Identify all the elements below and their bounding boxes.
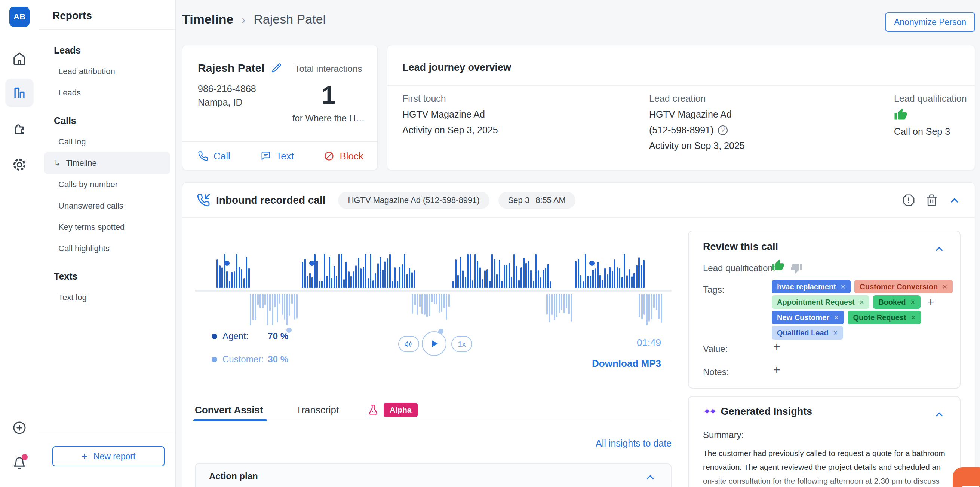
first-touch-column: First touch HGTV Magazine Ad Activity on… xyxy=(402,93,498,136)
add-nav-button[interactable] xyxy=(5,414,33,442)
lead-journey-divider xyxy=(387,85,975,86)
lead-qualification-column: Lead qualification Call on Sep 3 xyxy=(894,93,967,137)
add-note-button[interactable]: + xyxy=(773,364,780,376)
download-mp3-link[interactable]: Download MP3 xyxy=(571,358,661,369)
first-touch-label: First touch xyxy=(402,93,498,104)
tag-row: New Customer✕Quote Request✕ xyxy=(772,311,951,324)
agent-talk-percent: 70 % xyxy=(268,331,288,342)
edit-name-icon[interactable] xyxy=(271,62,282,74)
notes-row-label: Notes: xyxy=(703,367,729,377)
breadcrumb-section[interactable]: Timeline xyxy=(182,12,233,27)
play-button[interactable] xyxy=(422,331,447,356)
remove-tag-icon[interactable]: ✕ xyxy=(942,283,947,291)
anonymize-person-button[interactable]: Anonymize Person xyxy=(885,12,975,32)
tab-transcript[interactable]: Transcript xyxy=(296,399,339,421)
delete-call-icon[interactable] xyxy=(926,194,938,207)
insights-collapse-icon[interactable] xyxy=(934,409,945,420)
sidebar-item-timeline[interactable]: ↳Timeline xyxy=(44,152,170,174)
remove-tag-icon[interactable]: ✕ xyxy=(910,299,915,306)
total-interactions-company: for Where the H… xyxy=(283,113,374,123)
tag-booked[interactable]: Booked✕ xyxy=(873,295,921,309)
call-detail-card: Inbound recorded call HGTV Magazine Ad (… xyxy=(182,182,975,487)
sidebar-item-text-log[interactable]: Text log xyxy=(44,287,170,308)
chat-icon xyxy=(260,151,271,161)
tag-hvac-replacment[interactable]: hvac replacment✕ xyxy=(772,280,851,294)
agent-legend-label: Agent: xyxy=(223,331,248,342)
account-avatar[interactable]: AB xyxy=(10,7,30,27)
tag-new-customer[interactable]: New Customer✕ xyxy=(772,311,844,324)
all-insights-link[interactable]: All insights to date xyxy=(195,438,671,449)
settings-nav-button[interactable] xyxy=(5,150,33,179)
sidebar-item-lead-attribution[interactable]: Lead attribution xyxy=(44,61,170,82)
help-icon[interactable]: ? xyxy=(718,125,728,135)
breadcrumb: Timeline › Rajesh Patel xyxy=(182,12,326,27)
total-interactions: Total interactions 1 for Where the H… xyxy=(283,64,374,123)
block-button[interactable]: Block xyxy=(324,150,363,162)
tag-qualified-lead[interactable]: Qualified Lead✕ xyxy=(772,326,843,340)
remove-tag-icon[interactable]: ✕ xyxy=(911,314,916,321)
agent-talk-legend: Agent: 70 % xyxy=(212,331,288,342)
call-button-label: Call xyxy=(213,150,230,162)
person-name: Rajesh Patel xyxy=(198,62,264,75)
flask-icon xyxy=(367,404,379,416)
new-report-button[interactable]: + New report xyxy=(52,446,164,466)
total-interactions-label: Total interactions xyxy=(283,64,374,74)
tag-appointment-request[interactable]: Appointment Request✕ xyxy=(772,295,869,309)
sidebar-item-leads[interactable]: Leads xyxy=(44,82,170,103)
add-value-button[interactable]: + xyxy=(773,341,780,353)
chat-widget-button[interactable] xyxy=(953,467,980,487)
lead-journey-card: Lead journey overview First touch HGTV M… xyxy=(387,45,975,170)
lead-creation-column: Lead creation HGTV Magazine Ad (512-598-… xyxy=(649,93,745,151)
value-row-label: Value: xyxy=(703,343,728,354)
report-call-icon[interactable] xyxy=(902,194,915,207)
sidebar-item-key-terms-spotted[interactable]: Key terms spotted xyxy=(44,216,170,238)
sidebar-item-unanswered-calls[interactable]: Unanswered calls xyxy=(44,195,170,216)
agent-marker-dot xyxy=(309,260,315,266)
remove-tag-icon[interactable]: ✕ xyxy=(840,283,845,291)
review-collapse-icon[interactable] xyxy=(934,243,945,255)
reports-icon xyxy=(12,86,27,100)
remove-tag-icon[interactable]: ✕ xyxy=(859,299,864,306)
playhead-dot xyxy=(438,329,444,334)
plus-circle-icon xyxy=(12,421,27,435)
reports-nav-button[interactable] xyxy=(5,78,33,107)
tab-convert-assist[interactable]: Convert Assist xyxy=(195,399,263,421)
sidebar-item-call-log[interactable]: Call log xyxy=(44,131,170,152)
playback-speed-button[interactable]: 1x xyxy=(451,336,472,352)
remove-tag-icon[interactable]: ✕ xyxy=(833,329,838,337)
sidebar-item-call-highlights[interactable]: Call highlights xyxy=(44,238,170,259)
action-plan-collapse-icon[interactable] xyxy=(644,472,656,483)
summary-label: Summary: xyxy=(703,430,744,440)
person-location: Nampa, ID xyxy=(198,97,242,108)
tag-quote-request[interactable]: Quote Request✕ xyxy=(848,311,921,324)
text-button[interactable]: Text xyxy=(260,150,294,162)
home-nav-button[interactable] xyxy=(5,45,33,73)
call-button[interactable]: Call xyxy=(198,150,230,162)
agent-marker-dot xyxy=(589,260,595,266)
lead-qualification-result: Call on Sep 3 xyxy=(894,126,967,137)
collapse-call-icon[interactable] xyxy=(948,194,961,206)
plus-icon: + xyxy=(81,450,88,462)
qualify-thumbs-up-icon[interactable] xyxy=(772,259,784,272)
call-tabs: Convert Assist Transcript Alpha xyxy=(195,399,671,422)
customer-legend-label: Customer: xyxy=(223,354,264,365)
call-card-title: Inbound recorded call xyxy=(216,194,325,206)
sidebar-item-calls-by-number[interactable]: Calls by number xyxy=(44,174,170,195)
integrations-nav-button[interactable] xyxy=(5,114,33,143)
gear-icon xyxy=(12,157,27,172)
qualify-thumbs-down-icon[interactable] xyxy=(791,262,802,274)
call-duration: 01:49 xyxy=(571,337,661,348)
person-card: Rajesh Patel 986-216-4868 Nampa, ID Tota… xyxy=(182,45,378,170)
call-datetime-pill: Sep 3 8:55 AM xyxy=(498,192,576,209)
new-report-label: New report xyxy=(94,452,135,461)
block-icon xyxy=(324,151,334,161)
breadcrumb-separator: › xyxy=(242,13,245,26)
lead-creation-source: HGTV Magazine Ad xyxy=(649,109,745,120)
add-tag-button[interactable]: + xyxy=(927,296,934,308)
total-interactions-value: 1 xyxy=(283,81,374,109)
tag-customer-conversion[interactable]: Customer Conversion✕ xyxy=(854,280,952,294)
notifications-nav-button[interactable] xyxy=(5,449,33,477)
thumbs-up-icon xyxy=(894,108,967,121)
remove-tag-icon[interactable]: ✕ xyxy=(834,314,838,321)
volume-button[interactable] xyxy=(398,336,419,352)
